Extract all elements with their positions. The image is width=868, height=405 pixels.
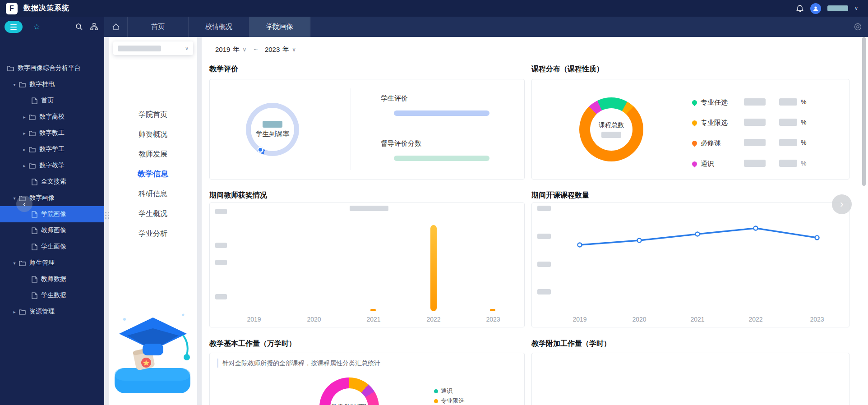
org-tree-icon[interactable]: [90, 23, 98, 31]
end-year-value: 2023: [265, 46, 280, 53]
supervisor-eval-bar: [394, 156, 489, 161]
scrollbar-track[interactable]: [859, 37, 868, 405]
sidebar-item-teacher-portrait[interactable]: 教师画像: [0, 222, 104, 239]
legend-row: 专业限选: [692, 119, 728, 127]
menu-item-research-info[interactable]: 科研信息: [109, 184, 197, 204]
gauge-value-redacted: [263, 121, 282, 128]
legend-pct-redacted: [779, 119, 797, 126]
menu-item-student-overview[interactable]: 学生概况: [109, 204, 197, 224]
end-year-select[interactable]: 2023 年 ∨: [262, 43, 299, 55]
sidebar-item-home[interactable]: 首页: [0, 92, 104, 109]
document-icon: [32, 227, 37, 234]
section-title-base-workload: 教学基本工作量（万学时）: [209, 339, 296, 349]
chevron-down-icon[interactable]: ▾: [12, 82, 17, 87]
legend-label: 通识: [701, 160, 714, 168]
tab-college-portrait[interactable]: 学院画像: [249, 17, 310, 37]
menu-item-teacher-development[interactable]: 教师发展: [109, 144, 197, 164]
card-course-count-chart: 2019 2020 2021 2022 2023: [531, 202, 850, 327]
xaxis-year: 2022: [748, 316, 762, 323]
legend-value-redacted: [744, 160, 766, 167]
favorite-star-icon[interactable]: ☆: [33, 22, 40, 32]
sidebar-item-student-portrait[interactable]: 学生画像: [0, 239, 104, 255]
sidebar-tree: 数字画像综合分析平台 ▾ 数字桂电 首页 ▸ 数字高校 ▸ 数字教工: [0, 60, 104, 320]
bell-icon[interactable]: [796, 5, 804, 13]
chevron-down-icon: ∨: [292, 46, 296, 53]
topbar: F 数据决策系统 ∨: [0, 0, 868, 17]
student-eval-bar: [394, 110, 489, 116]
start-year-select[interactable]: 2019 年 ∨: [212, 43, 249, 55]
document-icon: [32, 211, 37, 218]
legend-value-redacted: [744, 119, 766, 126]
xaxis-year: 2019: [573, 316, 586, 323]
chevron-down-icon: ∨: [185, 46, 189, 51]
main-content: 2019 年 ∨ ~ 2023 年 ∨ 教学评价 课程分布（课程性质） 学生到课…: [202, 37, 859, 405]
document-icon: [32, 276, 37, 283]
award-bar-2022[interactable]: [430, 225, 437, 311]
percent-sign: %: [801, 139, 806, 146]
chevron-down-icon[interactable]: ▾: [12, 196, 17, 201]
collapse-right-button[interactable]: ›: [832, 194, 852, 214]
document-icon: [32, 179, 37, 185]
sidebar-toolbar: ☆: [0, 17, 104, 37]
sidebar-item-digital-teaching[interactable]: ▸ 数字教学: [0, 157, 104, 174]
chevron-right-icon[interactable]: ▸: [22, 147, 27, 152]
yaxis-label-redacted: [215, 209, 227, 214]
legend-row: 通识: [692, 160, 714, 168]
app-window: F 数据决策系统 ∨ ☆: [0, 0, 868, 405]
sidebar-item-student-data[interactable]: 学生数据: [0, 287, 104, 304]
chevron-down-icon[interactable]: ▾: [12, 261, 17, 266]
supervisor-eval-label: 督导评价分数: [381, 139, 421, 148]
xaxis-year: 2020: [307, 316, 321, 323]
tab-options-icon[interactable]: [854, 23, 862, 31]
chevron-right-icon[interactable]: ▸: [22, 115, 27, 120]
menu-item-faculty-overview[interactable]: 师资概况: [109, 124, 197, 144]
panel-resize-handle[interactable]: [105, 212, 109, 219]
tab-home-icon[interactable]: [104, 17, 128, 37]
search-icon[interactable]: [75, 23, 83, 31]
award-bar-2023[interactable]: [490, 309, 495, 311]
chevron-right-icon[interactable]: ▸: [12, 309, 17, 314]
sidebar-item-digital-guidian[interactable]: ▾ 数字桂电: [0, 76, 104, 92]
chevron-right-icon[interactable]: ▸: [22, 131, 27, 136]
sidebar-item-resource-mgmt[interactable]: ▸ 资源管理: [0, 304, 104, 320]
yaxis-label-redacted: [215, 294, 227, 299]
sidebar-item-fulltext-search[interactable]: 全文搜索: [0, 174, 104, 190]
college-selector-dropdown[interactable]: ∨: [113, 41, 193, 55]
sidebar-item-digital-student-affairs[interactable]: ▸ 数字学工: [0, 141, 104, 157]
menu-toggle-button[interactable]: [5, 21, 23, 33]
chevron-down-icon[interactable]: ∨: [854, 5, 858, 11]
app-logo: F: [6, 3, 18, 14]
chevron-right-icon[interactable]: ▸: [22, 163, 27, 168]
tab-homepage[interactable]: 首页: [128, 17, 189, 37]
sidebar-item-faculty-student-mgmt[interactable]: ▾ 师生管理: [0, 255, 104, 271]
card-extra-workload: [531, 353, 850, 405]
card-base-workload: 针对全院教师所授的全部课程，按课程属性分类汇总统计 教学学时(万) 通识 专业限…: [209, 353, 525, 405]
document-icon: [32, 292, 37, 299]
document-icon: [32, 97, 37, 104]
user-avatar[interactable]: [810, 3, 821, 14]
award-bar-2021[interactable]: [370, 309, 376, 311]
menu-item-academic-analysis[interactable]: 学业分析: [109, 224, 197, 244]
tab-school-overview[interactable]: 校情概况: [189, 17, 249, 37]
menu-item-teaching-info[interactable]: 教学信息: [109, 164, 197, 184]
gauge-label: 学生到课率: [256, 130, 290, 138]
scrollbar-thumb[interactable]: [862, 37, 866, 186]
sidebar-item-teacher-data[interactable]: 教师数据: [0, 271, 104, 287]
sidebar-item-platform[interactable]: 数字画像综合分析平台: [0, 60, 104, 76]
section-title-course-dist: 课程分布（课程性质）: [531, 64, 604, 74]
sidebar-item-digital-university[interactable]: ▸ 数字高校: [0, 109, 104, 125]
start-year-value: 2019: [215, 46, 230, 53]
collapse-left-button[interactable]: ‹: [16, 196, 32, 212]
app-title: 数据决策系统: [23, 4, 69, 13]
legend-label: 专业限选: [441, 397, 464, 405]
donut-center-value-redacted: [601, 132, 621, 138]
sidebar-item-digital-staff[interactable]: ▸ 数字教工: [0, 125, 104, 141]
legend-marker-icon: [691, 99, 698, 106]
folder-icon: [29, 163, 36, 169]
chart-legend-redacted: [350, 206, 388, 211]
menu-item-college-home[interactable]: 学院首页: [109, 105, 197, 124]
section-title-extra-workload: 教学附加工作量（学时）: [531, 339, 611, 349]
section-title-awards: 期间教师获奖情况: [209, 191, 267, 200]
sidebar-item-digital-portrait[interactable]: ▾ 数字画像: [0, 190, 104, 206]
sidebar-item-college-portrait[interactable]: 学院画像: [0, 206, 104, 222]
